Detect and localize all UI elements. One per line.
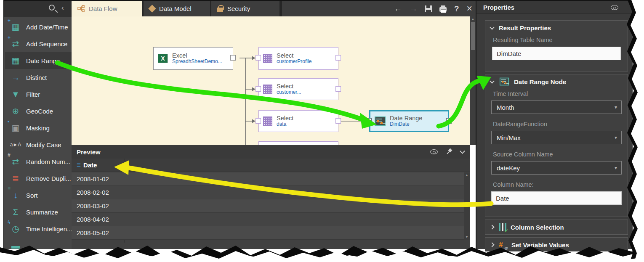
close-icon[interactable]: × — [467, 4, 472, 13]
tab-data-flow[interactable]: Data Flow — [72, 1, 142, 16]
table-row[interactable]: 2008-03-02 — [72, 199, 470, 213]
masking-icon: ▣ • — [8, 122, 23, 134]
sidebar-item-masking[interactable]: ▣ • Masking — [5, 119, 72, 136]
column-selection-icon — [499, 223, 506, 231]
random-number-icon: ⇄ # — [8, 156, 23, 167]
output-port[interactable] — [335, 55, 341, 61]
remove-duplicates-icon: ≣ — [8, 172, 23, 184]
table-row[interactable]: 2008-05-02 — [72, 226, 470, 240]
source-column-dropdown[interactable]: dateKey ▾ — [491, 161, 622, 175]
tab-security[interactable]: Security — [211, 1, 279, 16]
help-icon[interactable]: ? — [454, 5, 459, 13]
chevron-down-icon — [490, 25, 494, 29]
chevron-down-icon: ▾ — [615, 165, 617, 171]
sidebar-item-list: ▦ + Add Date/Time ⇄ + Add Sequence ▦ — [5, 19, 72, 249]
properties-title: Properties — [483, 4, 514, 11]
sidebar-item-time-intelligen[interactable]: ◷ ϟ Time Intelligen... — [5, 220, 72, 237]
output-port[interactable] — [335, 118, 341, 124]
output-port[interactable] — [446, 118, 452, 124]
collapse-panel-icon[interactable] — [460, 148, 465, 154]
sidebar-collapse-icon[interactable]: ‹ — [61, 4, 64, 12]
data-flow-canvas[interactable]: X Excel SpreadhSheetDemo... Select custo… — [72, 16, 470, 145]
eye-icon[interactable] — [430, 149, 438, 154]
table-row[interactable]: 2008-01-02 — [72, 172, 470, 186]
properties-panel: Properties Result Properties Resulting T… — [476, 1, 633, 249]
transform-sidebar: ‹ ▦ + Add Date/Time ⇄ + Add Sequ — [4, 1, 72, 249]
scroll-down-icon[interactable]: ▼ — [464, 235, 470, 239]
sidebar-item-date-range[interactable]: ▦ Date Range — [5, 52, 72, 69]
result-properties-section: Result Properties Resulting Table Name D… — [485, 20, 628, 71]
sidebar-item-geocode[interactable]: ⊕ GeoCode — [5, 103, 72, 119]
table-row[interactable]: 2008-02-02 — [72, 186, 470, 199]
eye-icon[interactable] — [611, 5, 618, 10]
time-intelligence-icon: ◷ ϟ — [8, 223, 23, 235]
time-interval-dropdown[interactable]: Month ▾ — [491, 101, 622, 114]
column-selection-section: Column Selection — [485, 220, 628, 235]
preview-table-header[interactable]: ≡ Date — [72, 159, 470, 172]
column-name-input[interactable]: Date — [491, 191, 622, 205]
sidebar-item-random-num[interactable]: ⇄ # Random Num... — [5, 153, 72, 170]
chevron-down-icon: ▾ — [615, 104, 617, 110]
sidebar-item-add-date-time[interactable]: ▦ + Add Date/Time — [5, 19, 72, 35]
properties-header: Properties — [476, 1, 633, 14]
clipped-item-icon: ▬ — [8, 240, 23, 249]
search-icon[interactable] — [49, 5, 55, 11]
preview-rows: 2008-01-02 2008-02-02 2008-03-02 2008-04… — [72, 172, 470, 240]
preview-vertical-scrollbar[interactable]: ▲ ▼ — [464, 172, 470, 240]
output-port[interactable] — [230, 55, 236, 61]
result-properties-section-header[interactable]: Result Properties — [485, 21, 628, 35]
sidebar-search-bar: ‹ — [4, 1, 72, 17]
data-model-icon — [148, 5, 156, 12]
table-row[interactable]: 2008-04-02 — [72, 213, 470, 226]
scrollbar-thumb[interactable] — [471, 22, 475, 50]
sidebar-item-modify-case[interactable]: a►A Modify Case — [5, 136, 72, 153]
node-select-customer[interactable]: Select customer... — [258, 78, 338, 100]
scroll-up-icon[interactable]: ▲ — [470, 17, 476, 21]
chevron-down-icon — [490, 79, 494, 83]
resulting-table-name-input[interactable]: DimDate — [492, 47, 621, 60]
sidebar-item-sort[interactable]: ↓ ≡ Sort — [5, 187, 72, 204]
tab-bar: Data Flow Data Model Security ← → ? × — [72, 1, 476, 16]
column-header-date[interactable]: Date — [83, 161, 97, 169]
pin-icon[interactable] — [446, 149, 452, 155]
daterange-function-label: DateRangeFunction — [493, 121, 628, 127]
set-variables-icon: # — [499, 241, 507, 249]
column-name-label: Column Name: — [493, 181, 628, 188]
daterange-function-dropdown[interactable]: Min/Max ▾ — [491, 131, 622, 144]
node-date-range[interactable]: Date Range DimDate — [369, 110, 449, 132]
date-range-node-section-header[interactable]: Date Range Node — [485, 74, 628, 89]
data-flow-icon — [77, 5, 85, 12]
add-sequence-icon: ⇄ + — [8, 38, 23, 50]
sidebar-item-distinct[interactable]: → Distinct — [5, 69, 72, 86]
sidebar-item-item-13[interactable]: ▬ — [5, 237, 72, 249]
resulting-table-name-label: Resulting Table Name — [493, 37, 628, 43]
date-range-icon — [500, 78, 509, 86]
sidebar-item-filter[interactable]: ▼ Filter — [5, 86, 72, 103]
top-toolbar: ← → ? × — [394, 1, 472, 16]
preview-header: Preview — [72, 145, 470, 159]
sidebar-item-remove-dupli[interactable]: ≣ Remove Dupli... — [5, 170, 72, 187]
input-port[interactable] — [366, 118, 372, 124]
node-select-data[interactable]: Select data — [258, 110, 338, 132]
excel-icon: X — [158, 54, 168, 63]
scroll-up-icon[interactable]: ▲ — [464, 173, 470, 177]
column-selection-section-header[interactable]: Column Selection — [485, 220, 628, 234]
input-port[interactable] — [255, 118, 261, 124]
print-icon[interactable] — [439, 7, 447, 12]
sort-filter-icon[interactable]: ≡ — [77, 161, 81, 169]
sidebar-item-add-sequence[interactable]: ⇄ + Add Sequence — [5, 35, 72, 52]
back-icon[interactable]: ← — [394, 5, 402, 13]
sidebar-item-summarize[interactable]: Σ Summarize — [5, 204, 72, 220]
node-select-customerprofile[interactable]: Select customerProfile — [258, 47, 338, 70]
input-port[interactable] — [255, 86, 261, 92]
input-port[interactable] — [255, 55, 261, 61]
node-excel-source[interactable]: X Excel SpreadhSheetDemo... — [153, 47, 233, 70]
set-variable-values-section-header[interactable]: # Set Variable Values — [485, 238, 628, 252]
save-icon[interactable] — [425, 5, 432, 12]
forward-icon[interactable]: → — [410, 5, 418, 13]
filter-icon: ▼ — [8, 88, 23, 100]
node-select-clipped[interactable] — [258, 141, 338, 145]
tab-data-model[interactable]: Data Model — [144, 1, 210, 16]
output-port[interactable] — [335, 86, 341, 92]
canvas-vertical-scrollbar[interactable]: ▲ — [470, 16, 476, 145]
